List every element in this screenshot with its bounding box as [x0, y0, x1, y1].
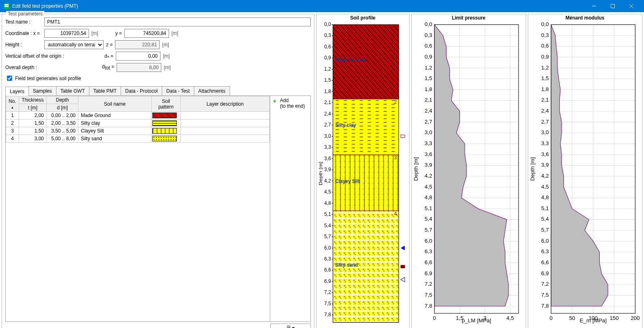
svg-text:1,5: 1,5 — [324, 77, 331, 83]
dh-input[interactable] — [116, 52, 160, 61]
svg-text:5,4: 5,4 — [425, 216, 432, 222]
svg-text:1,8: 1,8 — [541, 86, 549, 92]
dtot-input — [117, 63, 161, 72]
tab-attachments[interactable]: Attachments — [194, 86, 230, 96]
svg-text:2,1: 2,1 — [425, 97, 432, 103]
svg-text:2: 2 — [394, 99, 397, 105]
tab-data-test[interactable]: Data - Test — [162, 86, 194, 96]
tab-data-protocol[interactable]: Data - Protocol — [121, 86, 162, 96]
svg-text:0,0: 0,0 — [324, 22, 331, 27]
maximize-button[interactable] — [603, 0, 622, 12]
svg-text:7,5: 7,5 — [541, 292, 549, 298]
layers-table[interactable]: No. ▲ Thickness Depth Soil name Soil pat… — [5, 96, 270, 322]
svg-text:7,8: 7,8 — [425, 303, 432, 309]
z-unit: [m] — [162, 42, 169, 48]
svg-text:2,7: 2,7 — [324, 122, 331, 128]
svg-text:6,6: 6,6 — [425, 259, 432, 265]
svg-text:3,0: 3,0 — [324, 133, 331, 139]
table-row[interactable]: 21,502,00 .. 3,50Silty clay — [6, 119, 270, 127]
svg-text:3: 3 — [394, 155, 397, 161]
minimize-button[interactable] — [585, 0, 603, 12]
svg-text:3,0: 3,0 — [425, 129, 432, 135]
fieldset-legend: Test parameters — [6, 11, 44, 17]
svg-text:2,4: 2,4 — [324, 111, 331, 117]
generate-profile-check-input[interactable] — [7, 76, 12, 81]
svg-text:3,3: 3,3 — [541, 140, 549, 146]
svg-text:1,8: 1,8 — [425, 86, 432, 92]
height-label: Height : — [5, 42, 42, 48]
svg-text:5,7: 5,7 — [425, 227, 432, 233]
svg-text:5,7: 5,7 — [324, 233, 331, 239]
svg-marker-88 — [401, 277, 405, 282]
svg-text:6,3: 6,3 — [324, 256, 331, 262]
tab-pmt[interactable]: Table PMT — [89, 86, 121, 96]
svg-text:0,6: 0,6 — [541, 43, 549, 49]
svg-text:6,6: 6,6 — [541, 259, 549, 265]
svg-text:0,9: 0,9 — [324, 55, 331, 61]
svg-text:5,4: 5,4 — [324, 222, 331, 228]
title-bar: Edit field test properties (PMT) — [0, 0, 644, 12]
svg-text:4,5: 4,5 — [506, 315, 514, 321]
svg-text:0,3: 0,3 — [324, 33, 331, 39]
close-button[interactable] — [622, 0, 641, 12]
dtot-unit: [m] — [164, 65, 171, 70]
menard-modulus-chart: Ménard modulus 0,00,30,60,91,21,51,82,12… — [528, 14, 643, 328]
svg-rect-1 — [4, 4, 9, 5]
svg-text:3,3: 3,3 — [425, 140, 432, 146]
coord-x-unit: [m] — [91, 30, 98, 36]
list-icon: ☰ ▾ — [286, 325, 295, 328]
tab-gwt[interactable]: Table GWT — [56, 86, 89, 96]
table-row[interactable]: 43,005,00 .. 8,00Silty sand — [6, 135, 270, 143]
svg-text:Depth [m]: Depth [m] — [531, 157, 536, 181]
svg-text:3,0: 3,0 — [541, 129, 549, 135]
col-no[interactable]: No. — [9, 98, 16, 104]
col-soil-pattern[interactable]: Soil pattern — [152, 96, 181, 112]
tab-samples[interactable]: Samples — [28, 86, 56, 96]
col-thickness[interactable]: Thickness — [19, 96, 47, 104]
coord-y-input[interactable] — [124, 29, 169, 38]
overall-depth-label: Overall depth : — [5, 65, 100, 70]
svg-text:5,1: 5,1 — [541, 205, 549, 211]
table-row[interactable]: 12,000,00 .. 2,00Made Ground — [6, 112, 270, 119]
z-input — [115, 40, 160, 49]
svg-text:6,9: 6,9 — [425, 270, 432, 276]
svg-text:p_LM [MPa]: p_LM [MPa] — [462, 317, 491, 324]
svg-text:50: 50 — [569, 315, 575, 321]
svg-text:3,6: 3,6 — [541, 151, 549, 157]
add-row-button[interactable]: ＋ Add (to the end) — [272, 98, 309, 109]
tab-layers[interactable]: Layers — [5, 87, 29, 96]
coord-x-input[interactable] — [44, 29, 89, 38]
svg-text:3,9: 3,9 — [541, 162, 549, 168]
svg-text:0,0: 0,0 — [425, 22, 432, 27]
svg-text:Silty sand: Silty sand — [335, 262, 358, 268]
svg-text:4,8: 4,8 — [324, 200, 331, 206]
svg-text:2,1: 2,1 — [541, 97, 549, 103]
test-name-input[interactable] — [44, 17, 311, 26]
coord-y-label: y = — [115, 30, 122, 36]
col-depth[interactable]: Depth — [47, 96, 78, 104]
svg-text:2,1: 2,1 — [324, 100, 331, 106]
tab-bar: Layers Samples Table GWT Table PMT Data … — [5, 86, 311, 96]
svg-text:150: 150 — [609, 315, 618, 321]
svg-text:7,5: 7,5 — [425, 292, 432, 298]
list-options-button[interactable]: ☰ ▾ — [270, 324, 311, 328]
col-soil-name[interactable]: Soil name — [78, 96, 152, 112]
svg-text:2,4: 2,4 — [541, 108, 549, 114]
svg-text:3,6: 3,6 — [324, 155, 331, 161]
generate-profile-checkbox[interactable]: Field test generates soil profile — [5, 74, 81, 82]
col-layer-desc[interactable]: Layer description — [181, 96, 270, 112]
svg-text:3,9: 3,9 — [324, 166, 331, 172]
svg-text:1: 1 — [394, 24, 397, 30]
svg-text:0,3: 0,3 — [541, 32, 549, 38]
svg-text:4,2: 4,2 — [324, 178, 331, 184]
svg-text:2,7: 2,7 — [425, 119, 432, 125]
test-parameters-panel: Test parameters Test name : Coordinate :… — [2, 14, 314, 328]
svg-text:5,7: 5,7 — [541, 227, 549, 233]
svg-text:6,0: 6,0 — [324, 245, 331, 251]
table-row[interactable]: 31,503,50 .. 5,00Clayey Silt — [6, 127, 270, 135]
height-mode-select[interactable]: automatically on terrain — [44, 40, 104, 49]
limit-pressure-title: Limit pressure — [412, 14, 526, 22]
svg-text:Made Ground: Made Ground — [335, 57, 366, 63]
svg-text:6,3: 6,3 — [541, 248, 549, 254]
svg-marker-86 — [401, 246, 405, 250]
